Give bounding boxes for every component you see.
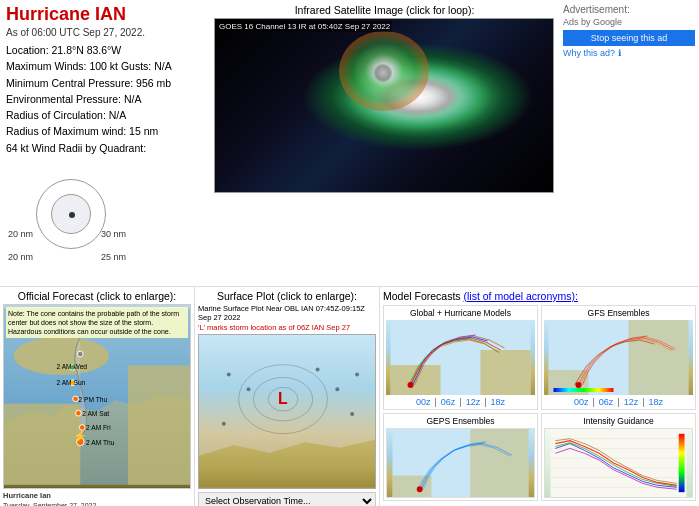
- compass-area: 20 nm 30 nm 20 nm 25 nm: [6, 164, 136, 274]
- observation-time-select[interactable]: Select Observation Time...: [198, 492, 376, 506]
- satellite-image[interactable]: GOES 16 Channel 13 IR at 05:40Z Sep 27 2…: [214, 18, 554, 193]
- global-time-links: 00z | 06z | 12z | 18z: [386, 397, 535, 407]
- surface-title[interactable]: Surface Plot (click to enlarge):: [198, 290, 376, 302]
- geps-title: GEPS Ensembles: [386, 416, 535, 426]
- forecast-date: Tuesday, September 27, 2022: [3, 501, 191, 506]
- header-row: Hurricane IAN As of 06:00 UTC Sep 27, 20…: [0, 0, 699, 286]
- page-title: Hurricane IAN: [6, 4, 204, 25]
- ads-by-google: Ads by Google: [563, 17, 695, 27]
- why-ad-link[interactable]: Why this ad? ℹ: [563, 48, 695, 58]
- model-column: Model Forecasts (list of model acronyms)…: [380, 287, 699, 506]
- global-12z-link[interactable]: 12z: [466, 397, 481, 407]
- nm-bottom-left: 20 nm: [8, 252, 33, 262]
- satellite-label: Infrared Satellite Image (click for loop…: [214, 4, 555, 16]
- gfs-12z-link[interactable]: 12z: [624, 397, 639, 407]
- svg-text:2 AM Sat: 2 AM Sat: [82, 410, 109, 417]
- nm-bottom-right: 25 nm: [101, 252, 126, 262]
- geps-svg: [387, 429, 534, 497]
- svg-point-6: [76, 410, 82, 416]
- svg-text:2 AM Fri: 2 AM Fri: [86, 424, 111, 431]
- title-prefix: Hurricane: [6, 4, 90, 24]
- svg-text:⚡: ⚡: [73, 429, 88, 443]
- geps-map[interactable]: [386, 428, 535, 498]
- global-models-map[interactable]: [386, 320, 535, 395]
- left-panel: Hurricane IAN As of 06:00 UTC Sep 27, 20…: [0, 0, 210, 286]
- svg-rect-3: [128, 365, 190, 484]
- surface-map[interactable]: L: [198, 334, 376, 489]
- global-models-item: Global + Hurricane Models: [383, 305, 538, 410]
- nm-top-right: 30 nm: [101, 229, 126, 239]
- svg-rect-34: [629, 320, 689, 395]
- svg-text:2 AM Thu: 2 AM Thu: [86, 439, 115, 446]
- surface-column: Surface Plot (click to enlarge): Marine …: [195, 287, 380, 506]
- model-bottom-grid: GEPS Ensembles Inten: [383, 413, 696, 501]
- svg-point-27: [222, 422, 226, 426]
- title-name: IAN: [95, 4, 126, 24]
- svg-point-24: [316, 367, 320, 371]
- max-winds: Maximum Winds: 100 kt Gusts: N/A: [6, 58, 204, 74]
- svg-rect-37: [554, 388, 614, 392]
- svg-text:2 PM Thu: 2 PM Thu: [78, 396, 107, 403]
- forecast-column: Official Forecast (click to enlarge):: [0, 287, 195, 506]
- global-18z-link[interactable]: 18z: [491, 397, 506, 407]
- radius-circulation: Radius of Circulation: N/A: [6, 107, 204, 123]
- svg-point-28: [350, 412, 354, 416]
- gfs-tracks-svg: [544, 320, 693, 395]
- surface-subtitle: Marine Surface Plot Near OBL IAN 07:45Z-…: [198, 304, 376, 322]
- svg-point-32: [408, 382, 414, 388]
- radius-max-wind: Radius of Maximum wind: 15 nm: [6, 123, 204, 139]
- global-00z-link[interactable]: 00z: [416, 397, 431, 407]
- date-line: As of 06:00 UTC Sep 27, 2022.: [6, 27, 204, 38]
- svg-text:L: L: [278, 390, 288, 407]
- svg-point-26: [355, 372, 359, 376]
- env-pressure: Environmental Pressure: N/A: [6, 91, 204, 107]
- svg-point-22: [227, 372, 231, 376]
- intensity-guidance-item: Intensity Guidance: [541, 413, 696, 501]
- forecast-bottom-info: Hurricane Ian Tuesday, September 27, 202…: [3, 491, 191, 506]
- model-grid: Global + Hurricane Models: [383, 305, 696, 410]
- svg-point-36: [576, 382, 582, 388]
- svg-point-23: [247, 387, 251, 391]
- svg-text:2 AM Sun: 2 AM Sun: [56, 378, 85, 385]
- surface-note: 'L' marks storm location as of 06Z IAN S…: [198, 323, 376, 332]
- bottom-section: Official Forecast (click to enlarge):: [0, 286, 699, 506]
- satellite-panel[interactable]: Infrared Satellite Image (click for loop…: [210, 0, 559, 286]
- svg-rect-40: [393, 475, 432, 496]
- gfs-time-links: 00z | 06z | 12z | 18z: [544, 397, 693, 407]
- wind-radii-title: 64 kt Wind Radii by Quadrant:: [6, 140, 204, 156]
- info-block: Location: 21.8°N 83.6°W Maximum Winds: 1…: [6, 42, 204, 156]
- svg-rect-49: [679, 434, 685, 492]
- surface-svg: L: [199, 335, 375, 488]
- intensity-svg: [545, 429, 692, 497]
- model-title: Model Forecasts (list of model acronyms)…: [383, 290, 696, 302]
- forecast-hurricane-name: Hurricane Ian: [3, 491, 191, 501]
- svg-rect-2: [4, 404, 80, 485]
- gfs-ensembles-map[interactable]: [544, 320, 693, 395]
- model-title-text: Model Forecasts: [383, 290, 464, 302]
- forecast-title[interactable]: Official Forecast (click to enlarge):: [3, 290, 191, 302]
- model-acronyms-link[interactable]: (list of model acronyms):: [464, 290, 578, 302]
- sat-timestamp: GOES 16 Channel 13 IR at 05:40Z Sep 27 2…: [217, 21, 392, 32]
- forecast-map[interactable]: 2 AM Thu 2 AM Fri 2 AM Sat 2 PM Thu 2 AM…: [3, 304, 191, 489]
- wind-radii-section: 20 nm 30 nm 20 nm 25 nm: [6, 164, 204, 274]
- gfs-ensembles-item: GFS Ensembles: [541, 305, 696, 410]
- geps-item: GEPS Ensembles: [383, 413, 538, 501]
- gfs-18z-link[interactable]: 18z: [649, 397, 664, 407]
- nws-cone-note: Note: The cone contains the probable pat…: [6, 307, 188, 338]
- svg-rect-39: [470, 429, 528, 497]
- svg-point-25: [335, 387, 339, 391]
- gfs-06z-link[interactable]: 06z: [599, 397, 614, 407]
- ad-label: Advertisement:: [563, 4, 695, 15]
- ad-panel: Advertisement: Ads by Google Stop seeing…: [559, 0, 699, 286]
- gfs-00z-link[interactable]: 00z: [574, 397, 589, 407]
- stop-ad-button[interactable]: Stop seeing this ad: [563, 30, 695, 46]
- global-06z-link[interactable]: 06z: [441, 397, 456, 407]
- location: Location: 21.8°N 83.6°W: [6, 42, 204, 58]
- min-pressure: Minimum Central Pressure: 956 mb: [6, 75, 204, 91]
- svg-text:2 AM Wed: 2 AM Wed: [56, 363, 87, 370]
- global-tracks-svg: [386, 320, 535, 395]
- intensity-map[interactable]: [544, 428, 693, 498]
- nm-top-left: 20 nm: [8, 229, 33, 239]
- intensity-guidance-title: Intensity Guidance: [544, 416, 693, 426]
- svg-rect-31: [481, 350, 531, 395]
